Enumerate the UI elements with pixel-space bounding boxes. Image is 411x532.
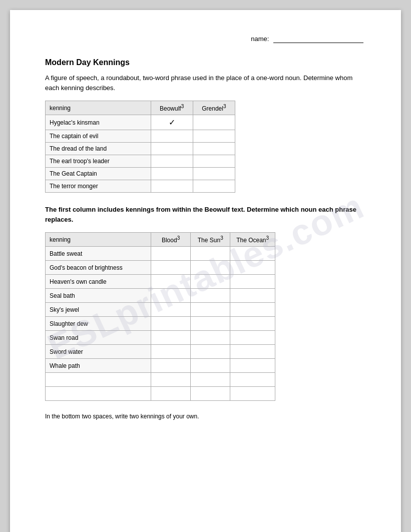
table2-blood-cell[interactable] — [151, 345, 191, 359]
table-row: Hygelac's kinsman✓ — [46, 115, 235, 130]
table-row — [46, 387, 275, 401]
table1-kenning-cell: The dread of the land — [46, 143, 151, 155]
table1-beowulf-cell[interactable]: ✓ — [151, 115, 193, 130]
table-row: Battle sweat — [46, 247, 275, 261]
table1-grendel-cell[interactable] — [193, 115, 235, 130]
table2: kenning Blood3 The Sun3 The Ocean3 Battl… — [45, 232, 275, 401]
table2-ocean-cell[interactable] — [230, 303, 275, 317]
table1-beowulf-cell[interactable] — [151, 180, 193, 193]
page-title: Modern Day Kennings — [45, 58, 366, 67]
table2-sun-cell[interactable] — [191, 359, 230, 373]
table1-header-beowulf: Beowulf3 — [151, 101, 193, 115]
name-line: name: — [45, 35, 366, 43]
table1-header-grendel: Grendel3 — [193, 101, 235, 115]
table2-sun-cell[interactable] — [191, 275, 230, 289]
table-row: Sword water — [46, 345, 275, 359]
table1-header-kenning: kenning — [46, 101, 151, 115]
table-row: The earl troop's leader — [46, 155, 235, 168]
table2-header-blood: Blood3 — [151, 233, 191, 247]
table-row: God's beacon of brightness — [46, 261, 275, 275]
name-field[interactable] — [273, 35, 363, 43]
page: ESLprintables.com name: Modern Day Kenni… — [10, 10, 401, 532]
table2-sun-cell[interactable] — [191, 289, 230, 303]
table2-blood-cell[interactable] — [151, 303, 191, 317]
table-row: Seal bath — [46, 289, 275, 303]
table1-beowulf-cell[interactable] — [151, 143, 193, 155]
table2-sun-cell[interactable] — [191, 345, 230, 359]
table2-kenning-cell: Swan road — [46, 331, 151, 345]
table2-ocean-cell[interactable] — [230, 373, 275, 387]
table-row: The Geat Captain — [46, 168, 235, 180]
table1-beowulf-cell[interactable] — [151, 168, 193, 180]
table2-kenning-cell: Whale path — [46, 359, 151, 373]
table2-ocean-cell[interactable] — [230, 289, 275, 303]
table1-beowulf-cell[interactable] — [151, 130, 193, 143]
table2-kenning-cell — [46, 373, 151, 387]
table2-ocean-cell[interactable] — [230, 247, 275, 261]
table2-kenning-cell — [46, 387, 151, 401]
table1-kenning-cell: The Geat Captain — [46, 168, 151, 180]
section2-description: The first column includes kennings from … — [45, 205, 366, 224]
table2-sun-cell[interactable] — [191, 331, 230, 345]
table2-sun-cell[interactable] — [191, 373, 230, 387]
table2-ocean-cell[interactable] — [230, 387, 275, 401]
table2-blood-cell[interactable] — [151, 387, 191, 401]
table1-beowulf-cell[interactable] — [151, 155, 193, 168]
table2-blood-cell[interactable] — [151, 247, 191, 261]
table2-blood-cell[interactable] — [151, 359, 191, 373]
table2-blood-cell[interactable] — [151, 289, 191, 303]
table2-header-sun: The Sun3 — [191, 233, 230, 247]
table-row: The captain of evil — [46, 130, 235, 143]
table2-header-ocean: The Ocean3 — [230, 233, 275, 247]
table2-header-kenning: kenning — [46, 233, 151, 247]
table2-blood-cell[interactable] — [151, 317, 191, 331]
footer-note: In the bottom two spaces, write two kenn… — [45, 413, 366, 420]
table2-kenning-cell: Slaughter dew — [46, 317, 151, 331]
table2-ocean-cell[interactable] — [230, 331, 275, 345]
table2-kenning-cell: Sky's jewel — [46, 303, 151, 317]
table-row: Whale path — [46, 359, 275, 373]
table2-ocean-cell[interactable] — [230, 317, 275, 331]
table2-sun-cell[interactable] — [191, 317, 230, 331]
table-row: Swan road — [46, 331, 275, 345]
table2-blood-cell[interactable] — [151, 275, 191, 289]
table1-kenning-cell: The terror monger — [46, 180, 151, 193]
name-label: name: — [251, 35, 269, 43]
table1-kenning-cell: The earl troop's leader — [46, 155, 151, 168]
table2-ocean-cell[interactable] — [230, 275, 275, 289]
description: A figure of speech, a roundabout, two-wo… — [45, 73, 366, 93]
table1: kenning Beowulf3 Grendel3 Hygelac's kins… — [45, 101, 235, 193]
table1-grendel-cell[interactable] — [193, 180, 235, 193]
table1-grendel-cell[interactable] — [193, 155, 235, 168]
table2-sun-cell[interactable] — [191, 247, 230, 261]
table2-kenning-cell: Sword water — [46, 345, 151, 359]
table1-grendel-cell[interactable] — [193, 143, 235, 155]
table1-grendel-cell[interactable] — [193, 130, 235, 143]
table-row — [46, 373, 275, 387]
table2-sun-cell[interactable] — [191, 387, 230, 401]
table-row: The terror monger — [46, 180, 235, 193]
table2-sun-cell[interactable] — [191, 303, 230, 317]
table2-ocean-cell[interactable] — [230, 345, 275, 359]
table2-ocean-cell[interactable] — [230, 261, 275, 275]
table1-kenning-cell: Hygelac's kinsman — [46, 115, 151, 130]
table2-sun-cell[interactable] — [191, 261, 230, 275]
table-row: Sky's jewel — [46, 303, 275, 317]
table2-kenning-cell: God's beacon of brightness — [46, 261, 151, 275]
table2-blood-cell[interactable] — [151, 331, 191, 345]
table2-ocean-cell[interactable] — [230, 359, 275, 373]
table-row: Slaughter dew — [46, 317, 275, 331]
table2-blood-cell[interactable] — [151, 373, 191, 387]
table-row: The dread of the land — [46, 143, 235, 155]
table1-kenning-cell: The captain of evil — [46, 130, 151, 143]
table1-grendel-cell[interactable] — [193, 168, 235, 180]
table-row: Heaven's own candle — [46, 275, 275, 289]
table2-kenning-cell: Seal bath — [46, 289, 151, 303]
table2-kenning-cell: Battle sweat — [46, 247, 151, 261]
table2-blood-cell[interactable] — [151, 261, 191, 275]
table2-kenning-cell: Heaven's own candle — [46, 275, 151, 289]
